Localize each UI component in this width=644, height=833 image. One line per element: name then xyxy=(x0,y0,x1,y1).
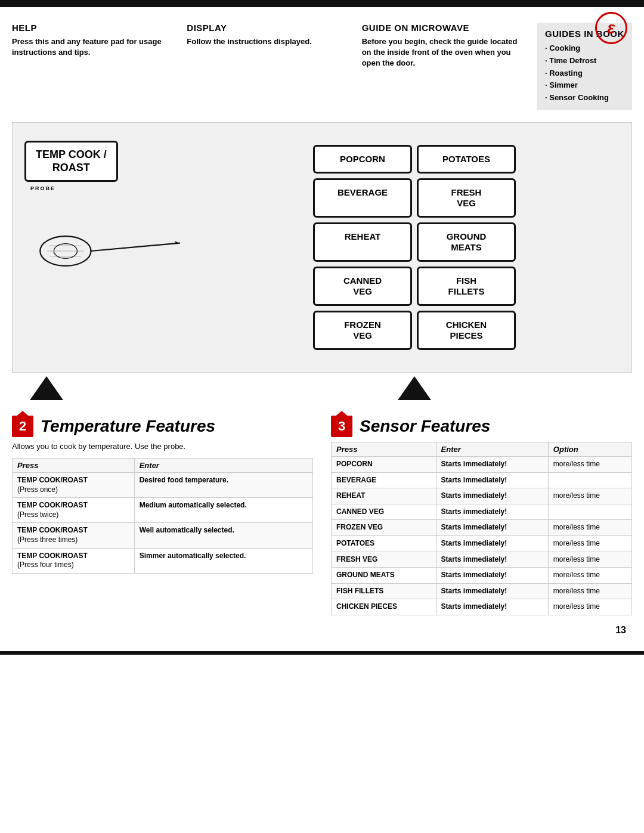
sensor-features-section: 3 Sensor Features Press Enter Option POP… xyxy=(331,416,632,615)
bottom-section: 2 Temperature Features Allows you to coo… xyxy=(12,416,632,615)
sensor-option-frozen-veg: more/less time xyxy=(548,520,631,536)
sensor-press-popcorn: POPCORN xyxy=(332,456,436,472)
sensor-option-beverage xyxy=(548,472,631,488)
left-arrow-up xyxy=(30,376,63,400)
guide-microwave-text: Before you begin, check the guide locate… xyxy=(362,36,525,69)
table-row: FRESH VEG Starts immediately! more/less … xyxy=(332,552,632,568)
left-panel: TEMP COOK / ROAST PROBE xyxy=(13,123,197,372)
sensor-option-canned-veg xyxy=(548,504,631,520)
table-row: REHEAT Starts immediately! more/less tim… xyxy=(332,488,632,504)
diagram-section: TEMP COOK / ROAST PROBE POPCORN xyxy=(12,122,632,373)
table-row: TEMP COOK/ROAST(Press twice) Medium auto… xyxy=(13,498,313,523)
sensor-enter-canned-veg: Starts immediately! xyxy=(436,504,548,520)
table-row: TEMP COOK/ROAST(Press three times) Well … xyxy=(13,523,313,548)
sensor-enter-popcorn: Starts immediately! xyxy=(436,456,548,472)
temperature-features-subtitle: Allows you to cook by temperature. Use t… xyxy=(12,442,313,451)
sensor-press-fish-fillets: FISH FILLETS xyxy=(332,583,436,599)
sensor-enter-potatoes: Starts immediately! xyxy=(436,535,548,552)
table-row: BEVERAGE Starts immediately! xyxy=(332,472,632,488)
table-row: FROZEN VEG Starts immediately! more/less… xyxy=(332,520,632,536)
sensor-enter-chicken-pieces: Starts immediately! xyxy=(436,599,548,615)
guide-item-simmer: Simmer xyxy=(545,79,632,92)
sensor-col-enter: Enter xyxy=(436,442,548,456)
sensor-col-option: Option xyxy=(548,442,631,456)
sensor-enter-beverage: Starts immediately! xyxy=(436,472,548,488)
temp-enter-4: Simmer automatically selected. xyxy=(134,548,312,573)
guide-item-sensor-cooking: Sensor Cooking xyxy=(545,92,632,104)
probe-label: PROBE xyxy=(30,185,55,191)
arrow-right xyxy=(197,376,632,400)
temp-col-press: Press xyxy=(13,458,135,472)
sensor-option-fish-fillets: more/less time xyxy=(548,583,631,599)
sensor-press-ground-meats: GROUND MEATS xyxy=(332,568,436,584)
table-row: TEMP COOK/ROAST(Press four times) Simmer… xyxy=(13,548,313,573)
table-row: POPCORN Starts immediately! more/less ti… xyxy=(332,456,632,472)
table-row: CHICKEN PIECES Starts immediately! more/… xyxy=(332,599,632,615)
ground-meats-button[interactable]: GROUNDMEATS xyxy=(417,222,516,262)
probe-svg xyxy=(30,227,185,275)
frozen-veg-button[interactable]: FROZENVEG xyxy=(313,311,412,350)
sensor-press-reheat: REHEAT xyxy=(332,488,436,504)
svg-line-2 xyxy=(91,243,179,251)
sensor-enter-fresh-veg: Starts immediately! xyxy=(436,552,548,568)
display-title: DISPLAY xyxy=(187,23,349,33)
table-row: FISH FILLETS Starts immediately! more/le… xyxy=(332,583,632,599)
sensor-press-canned-veg: CANNED VEG xyxy=(332,504,436,520)
sensor-enter-fish-fillets: Starts immediately! xyxy=(436,583,548,599)
sensor-press-potatoes: POTATOES xyxy=(332,535,436,552)
temp-press-1: TEMP COOK/ROAST(Press once) xyxy=(13,472,135,497)
fish-fillets-button[interactable]: FISHFILLETS xyxy=(417,267,516,306)
sensor-option-potatoes: more/less time xyxy=(548,535,631,552)
probe-illustration xyxy=(30,227,185,277)
temp-press-2: TEMP COOK/ROAST(Press twice) xyxy=(13,498,135,523)
temperature-features-table: Press Enter TEMP COOK/ROAST(Press once) … xyxy=(12,458,313,574)
sensor-press-fresh-veg: FRESH VEG xyxy=(332,552,436,568)
table-row: TEMP COOK/ROAST(Press once) Desired food… xyxy=(13,472,313,497)
temp-cook-line2: ROAST xyxy=(52,162,90,174)
guide-microwave-title: GUIDE ON MICROWAVE xyxy=(362,23,525,33)
sensor-enter-ground-meats: Starts immediately! xyxy=(436,568,548,584)
page-number: 13 xyxy=(615,625,626,635)
sensor-enter-reheat: Starts immediately! xyxy=(436,488,548,504)
guide-item-roasting: Roasting xyxy=(545,67,632,80)
canned-veg-button[interactable]: CANNEDVEG xyxy=(313,267,412,306)
sensor-section-number: 3 xyxy=(331,416,352,437)
temp-enter-1: Desired food temperature. xyxy=(134,472,312,497)
guide-item-time-defrost: Time Defrost xyxy=(545,55,632,67)
temperature-features-heading: Temperature Features xyxy=(41,417,215,436)
table-row: GROUND MEATS Starts immediately! more/le… xyxy=(332,568,632,584)
display-col: DISPLAY Follow the instructions displaye… xyxy=(187,23,361,110)
bottom-bar xyxy=(0,651,644,655)
logo-area: ε xyxy=(590,7,632,49)
sensor-enter-frozen-veg: Starts immediately! xyxy=(436,520,548,536)
right-panel: POPCORN POTATOES BEVERAGE FRESHVEG REHEA… xyxy=(197,123,631,372)
table-row: POTATOES Starts immediately! more/less t… xyxy=(332,535,632,552)
top-bar xyxy=(0,0,644,7)
fresh-veg-button[interactable]: FRESHVEG xyxy=(417,178,516,218)
sensor-features-heading: Sensor Features xyxy=(360,417,490,436)
help-col: HELP Press this and any feature pad for … xyxy=(12,23,187,110)
temperature-features-section: 2 Temperature Features Allows you to coo… xyxy=(12,416,313,615)
sensor-option-chicken-pieces: more/less time xyxy=(548,599,631,615)
temperature-features-title: 2 Temperature Features xyxy=(12,416,313,437)
temp-cook-roast-button[interactable]: TEMP COOK / ROAST xyxy=(24,141,118,182)
chicken-pieces-button[interactable]: CHICKENPIECES xyxy=(417,311,516,350)
right-arrow-up xyxy=(398,376,431,400)
temp-press-3: TEMP COOK/ROAST(Press three times) xyxy=(13,523,135,548)
temp-col-enter: Enter xyxy=(134,458,312,472)
sensor-press-frozen-veg: FROZEN VEG xyxy=(332,520,436,536)
guide-microwave-col: GUIDE ON MICROWAVE Before you begin, che… xyxy=(362,23,537,110)
display-text: Follow the instructions displayed. xyxy=(187,36,349,47)
sensor-option-popcorn: more/less time xyxy=(548,456,631,472)
beverage-button[interactable]: BEVERAGE xyxy=(313,178,412,218)
header-section: HELP Press this and any feature pad for … xyxy=(0,12,644,116)
sensor-col-press: Press xyxy=(332,442,436,456)
temp-enter-3: Well automatically selected. xyxy=(134,523,312,548)
reheat-button[interactable]: REHEAT xyxy=(313,222,412,262)
temperature-section-number: 2 xyxy=(12,416,33,437)
temp-press-4: TEMP COOK/ROAST(Press four times) xyxy=(13,548,135,573)
popcorn-button[interactable]: POPCORN xyxy=(313,145,412,174)
potatoes-button[interactable]: POTATOES xyxy=(417,145,516,174)
temp-cook-line1: TEMP COOK / xyxy=(36,148,107,160)
arrow-left xyxy=(12,376,197,400)
